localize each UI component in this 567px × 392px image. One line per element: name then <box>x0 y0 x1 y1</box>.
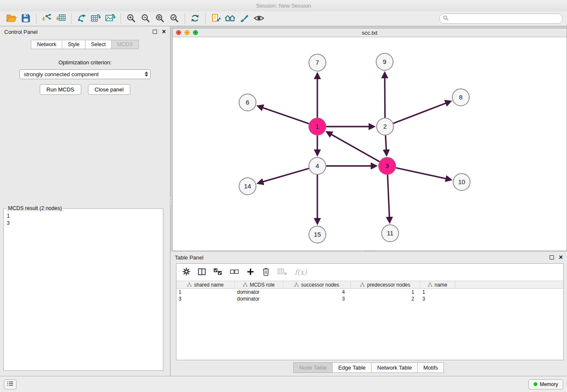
table-cell: dominator <box>235 296 283 302</box>
window-title: Session: New Session <box>256 3 311 9</box>
zoom-selected-icon <box>169 13 179 25</box>
graph-edge-2-9[interactable] <box>385 73 385 118</box>
criterion-dropdown[interactable]: strongly connected component <box>19 69 151 79</box>
graph-node-14[interactable]: 14 <box>239 178 256 195</box>
export-image-button[interactable] <box>103 13 118 25</box>
open-folder-icon <box>6 13 17 25</box>
table-panel: Table Panel × <box>171 252 567 376</box>
open-session-button[interactable] <box>4 13 19 25</box>
tab-network[interactable]: Network <box>31 40 62 49</box>
zoom-in-icon <box>126 13 136 25</box>
import-network-icon <box>41 13 52 25</box>
close-table-panel-icon[interactable]: × <box>559 254 563 261</box>
import-table-button[interactable] <box>54 13 68 25</box>
table-row[interactable]: 3dominator323 <box>176 295 563 302</box>
tab-edge-table[interactable]: Edge Table <box>332 362 372 373</box>
tab-style[interactable]: Style <box>62 40 85 49</box>
graph-node-15[interactable]: 15 <box>309 226 326 243</box>
column-header-mcds-role[interactable]: MCDS role <box>235 281 283 288</box>
tab-mcds[interactable]: MCDS <box>111 40 139 49</box>
graph-node-1[interactable]: 1 <box>309 118 326 135</box>
copy-network-button[interactable] <box>209 13 223 25</box>
task-history-button[interactable] <box>4 379 17 389</box>
import-network-button[interactable] <box>39 13 54 25</box>
export-table-button[interactable] <box>89 13 103 25</box>
graph-node-8[interactable]: 8 <box>452 89 469 106</box>
svg-text:10: 10 <box>458 178 465 185</box>
search-input[interactable] <box>451 16 559 22</box>
function-builder-button[interactable]: f(x) <box>295 268 307 276</box>
graph-edge-4-14[interactable] <box>259 168 309 183</box>
graph-edge-3-1[interactable] <box>328 132 380 161</box>
refresh-button[interactable] <box>188 13 202 25</box>
show-columns-button[interactable] <box>198 268 206 277</box>
float-panel-icon[interactable] <box>153 30 157 34</box>
delete-column-button[interactable] <box>262 267 270 277</box>
svg-text:1: 1 <box>316 123 319 130</box>
hierarchy-icon <box>243 282 248 287</box>
graph-edge-2-3[interactable] <box>385 135 386 155</box>
tab-network-table[interactable]: Network Table <box>371 362 418 373</box>
graph-node-11[interactable]: 11 <box>382 225 399 242</box>
graph-node-10[interactable]: 10 <box>453 174 470 190</box>
tab-motifs[interactable]: Motifs <box>417 362 444 373</box>
svg-text:2: 2 <box>383 123 387 130</box>
graph-edge-3-11[interactable] <box>388 175 390 222</box>
deselect-all-button[interactable] <box>230 268 239 277</box>
zoom-traffic-icon[interactable]: + <box>193 30 198 35</box>
memory-button[interactable]: Memory <box>528 379 563 389</box>
graph-node-2[interactable]: 2 <box>377 118 394 135</box>
graph-edge-1-6[interactable] <box>259 106 309 124</box>
network-canvas[interactable]: 7968124314101511 <box>173 37 567 251</box>
vertical-splitter-handle[interactable] <box>170 196 172 207</box>
import-table-icon <box>55 13 66 25</box>
float-table-panel-icon[interactable] <box>550 255 554 259</box>
select-all-button[interactable] <box>213 268 223 277</box>
export-network-button[interactable] <box>74 13 89 25</box>
document-share-icon <box>211 13 221 25</box>
graph-node-6[interactable]: 6 <box>239 94 256 111</box>
graph-node-3[interactable]: 3 <box>379 157 396 174</box>
graph-node-7[interactable]: 7 <box>309 54 326 71</box>
table-cell: 3 <box>283 296 351 302</box>
tab-node-table[interactable]: Node Table <box>293 362 333 373</box>
graph-node-9[interactable]: 9 <box>376 53 393 70</box>
table-body: 1dominator4113dominator323 <box>176 289 563 302</box>
graph-edge-3-10[interactable] <box>396 168 451 179</box>
export-table-icon <box>91 13 102 25</box>
mcds-result-title: MCDS result (2 nodes) <box>6 205 63 211</box>
close-panel-button[interactable]: Close panel <box>88 84 131 95</box>
table-cell: 2 <box>351 296 420 302</box>
zoom-fit-button[interactable] <box>153 13 167 25</box>
add-column-button[interactable] <box>246 268 255 277</box>
column-header-name[interactable]: name <box>420 281 455 288</box>
network-manager-button[interactable] <box>223 13 237 25</box>
svg-text:4: 4 <box>316 162 319 169</box>
save-session-button[interactable] <box>19 13 33 25</box>
graph-node-4[interactable]: 4 <box>309 157 326 174</box>
column-header-predecessor-nodes[interactable]: predecessor nodes <box>351 281 420 288</box>
hide-show-button[interactable] <box>252 13 266 25</box>
tab-select[interactable]: Select <box>85 40 112 49</box>
search-field[interactable] <box>439 14 563 24</box>
zoom-selected-button[interactable] <box>167 13 182 25</box>
paintbrush-icon <box>239 13 250 25</box>
minimize-traffic-icon[interactable]: − <box>184 30 190 35</box>
table-row[interactable]: 1dominator411 <box>176 289 563 295</box>
graph-edge-2-8[interactable] <box>394 102 450 124</box>
hierarchy-icon <box>428 282 432 287</box>
close-traffic-icon[interactable]: × <box>176 30 181 35</box>
table-cell: 3 <box>176 296 235 302</box>
mcds-result-text[interactable]: 1 3 <box>4 209 163 231</box>
column-header-successor-nodes[interactable]: successor nodes <box>283 281 351 288</box>
homes-icon <box>224 13 236 25</box>
table-settings-button[interactable] <box>182 268 190 277</box>
column-header-shared-name[interactable]: shared name <box>176 281 235 288</box>
zoom-out-button[interactable] <box>138 13 153 25</box>
close-panel-icon[interactable]: × <box>162 28 166 35</box>
run-mcds-button[interactable]: Run MCDS <box>40 84 81 95</box>
delete-table-button[interactable] <box>277 268 287 277</box>
zoom-in-button[interactable] <box>124 13 138 25</box>
hierarchy-icon <box>187 282 192 287</box>
style-button[interactable] <box>237 13 252 25</box>
